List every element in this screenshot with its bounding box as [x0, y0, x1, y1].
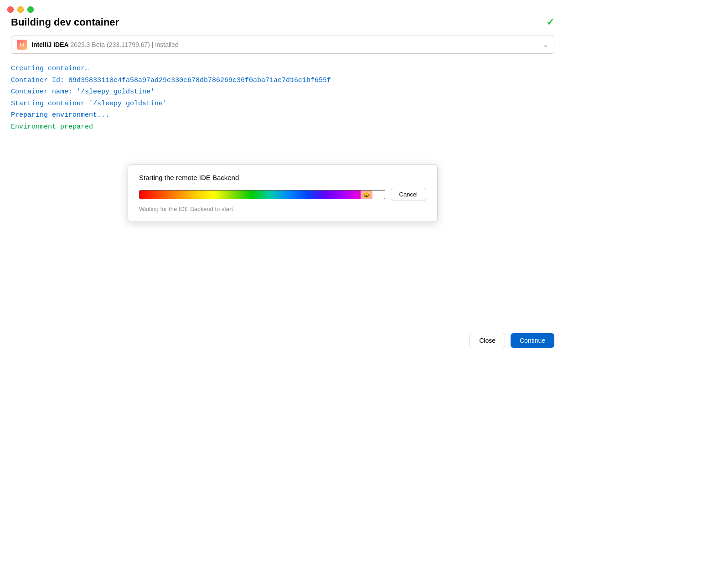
modal-title: Starting the remote IDE Backend	[139, 174, 426, 181]
progress-modal: Starting the remote IDE Backend 🐱 Cancel…	[128, 164, 438, 222]
progress-bar-rainbow: 🐱	[139, 191, 372, 199]
modal-progress-row: 🐱 Cancel	[139, 188, 426, 201]
modal-status-text: Waiting for the IDE Backend to start	[139, 206, 426, 212]
progress-bar-container: 🐱	[139, 190, 385, 199]
cancel-button[interactable]: Cancel	[391, 188, 426, 201]
nyan-cat-icon: 🐱	[361, 190, 372, 199]
modal-overlay: Starting the remote IDE Backend 🐱 Cancel…	[0, 0, 565, 356]
